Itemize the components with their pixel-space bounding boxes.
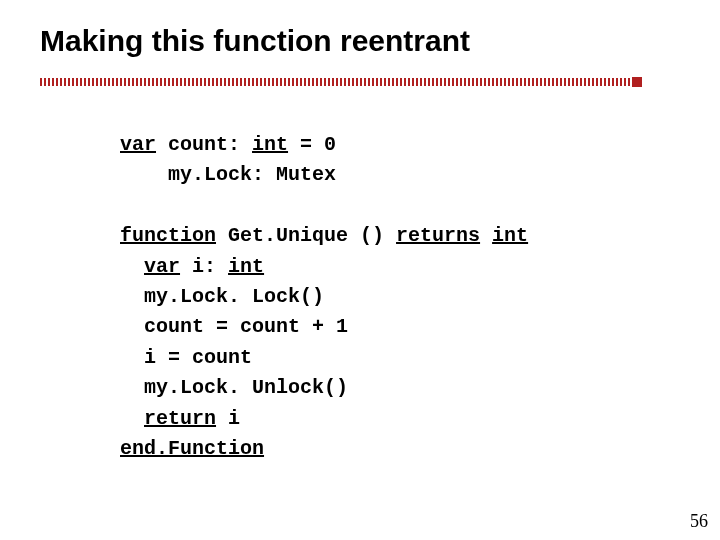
kw-return: return (144, 407, 216, 430)
kw-var: var (144, 255, 180, 278)
code-text: i (216, 407, 240, 430)
kw-int: int (252, 133, 288, 156)
code-text: = 0 (288, 133, 336, 156)
code-text (120, 255, 144, 278)
kw-int: int (228, 255, 264, 278)
code-text: count: (156, 133, 252, 156)
kw-var: var (120, 133, 156, 156)
kw-endfunction: end.Function (120, 437, 264, 460)
code-text (120, 407, 144, 430)
code-text: count = count + 1 (120, 315, 348, 338)
code-text: i = count (120, 346, 252, 369)
page-number: 56 (690, 511, 708, 532)
kw-function: function (120, 224, 216, 247)
divider-stripe (40, 78, 636, 86)
kw-int: int (492, 224, 528, 247)
code-text (480, 224, 492, 247)
code-text: my.Lock. Lock() (120, 285, 324, 308)
code-text: my.Lock: Mutex (120, 163, 336, 186)
slide-title: Making this function reentrant (40, 24, 470, 58)
divider-endcap (632, 77, 642, 87)
code-text: my.Lock. Unlock() (120, 376, 348, 399)
code-text: i: (180, 255, 228, 278)
slide: Making this function reentrant var count… (0, 0, 720, 540)
code-text: Get.Unique () (216, 224, 396, 247)
code-block: var count: int = 0 my.Lock: Mutex functi… (120, 130, 528, 464)
kw-returns: returns (396, 224, 480, 247)
title-divider (40, 78, 636, 88)
